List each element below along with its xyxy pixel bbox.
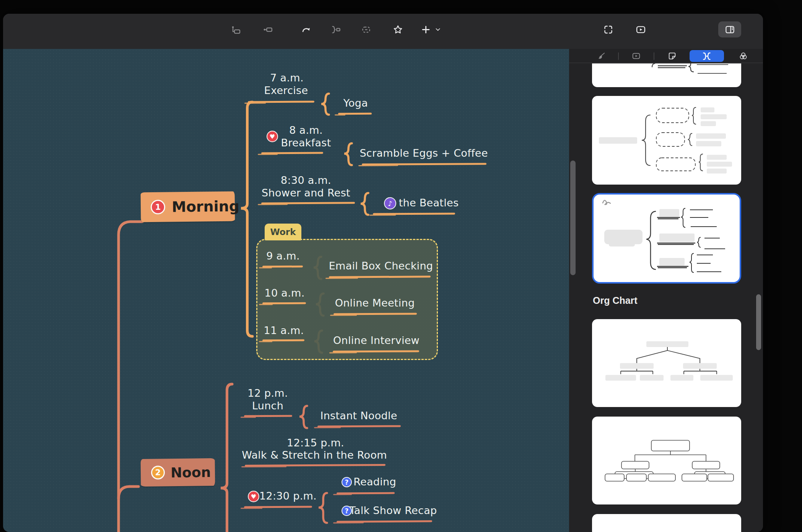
topic-node-morning[interactable]: 1 Morning	[141, 191, 235, 222]
add-child-node-icon[interactable]	[229, 22, 243, 37]
tab-media-play-icon[interactable]	[630, 50, 642, 62]
node-instant-noodle[interactable]: Instant Noodle	[320, 410, 397, 422]
template-thumbnail-partial[interactable]	[592, 514, 741, 532]
branch-stroke	[344, 143, 352, 165]
node-email-checking[interactable]: Email Box Checking	[329, 260, 433, 272]
sidebar-vertical-scrollbar[interactable]	[756, 294, 761, 350]
tab-divider	[654, 52, 654, 60]
add-sibling-node-icon[interactable]	[260, 22, 275, 37]
topic-label: Noon	[171, 464, 211, 480]
music-note-icon: ♪	[384, 197, 396, 209]
node-breakfast-time[interactable]: 8 a.m.	[289, 124, 323, 136]
template-thumbnail-brace-dashed[interactable]	[592, 96, 741, 185]
branch-underline	[337, 492, 395, 495]
template-thumbnail-brace-partial[interactable]	[592, 63, 741, 87]
template-thumbnail-org-boxes[interactable]	[592, 417, 741, 504]
node-walk-title[interactable]: Walk & Stretch in the Room	[242, 449, 387, 461]
branch-underline	[262, 266, 303, 268]
canvas-vertical-scrollbar[interactable]	[570, 161, 576, 275]
tab-sticker-icon[interactable]	[666, 50, 678, 62]
node-lunch-time[interactable]: 12 p.m.	[247, 387, 288, 399]
branch-underline	[261, 152, 323, 154]
template-thumbnail-brace-sketch-selected[interactable]	[592, 193, 741, 284]
branch-stroke	[221, 384, 232, 532]
presentation-play-icon[interactable]	[633, 22, 648, 37]
mindmap-canvas[interactable]: 1 Morning 2 Noon 7 a.m. Exercise Yoga ♥ …	[3, 49, 569, 532]
toolbar	[3, 14, 763, 49]
branch-underline	[244, 415, 292, 417]
branch-underline	[244, 506, 312, 508]
branch-stroke	[321, 94, 329, 115]
node-yoga[interactable]: Yoga	[343, 97, 368, 109]
branch-underline	[262, 339, 304, 342]
branch-stroke	[361, 193, 368, 215]
node-10am[interactable]: 10 a.m.	[264, 287, 304, 299]
fullscreen-icon[interactable]	[601, 22, 615, 37]
tab-theme-wheel-icon[interactable]	[737, 50, 749, 62]
sidebar-tabbar	[569, 49, 763, 63]
work-group-label: Work	[270, 227, 296, 237]
node-reading[interactable]: Reading	[353, 476, 396, 488]
favorite-star-icon[interactable]	[390, 22, 405, 37]
branch-stroke	[241, 102, 252, 336]
node-11am[interactable]: 11 a.m.	[264, 324, 304, 336]
branch-underline	[248, 101, 314, 103]
branch-stroke	[119, 487, 138, 498]
add-element-chevron-icon[interactable]	[433, 22, 443, 37]
node-shower-time[interactable]: 8:30 a.m.	[281, 174, 331, 186]
summary-icon[interactable]	[329, 22, 343, 37]
sidebar-panel-icon	[725, 24, 735, 35]
badge-2: 2	[151, 466, 165, 479]
app-window: 1 Morning 2 Noon 7 a.m. Exercise Yoga ♥ …	[3, 14, 763, 532]
tab-style-brush-icon[interactable]	[595, 50, 607, 62]
node-scramble-eggs[interactable]: Scramble Eggs + Coffee	[360, 147, 488, 159]
branch-underline	[262, 302, 306, 305]
add-element-icon[interactable]	[418, 22, 433, 37]
node-breakfast-title[interactable]: Breakfast	[281, 137, 331, 149]
brace-map-icon	[701, 52, 713, 61]
tab-divider	[618, 52, 619, 60]
topic-label: Morning	[172, 198, 239, 216]
heart-icon: ♥	[248, 491, 259, 502]
node-online-meeting[interactable]: Online Meeting	[335, 297, 415, 309]
boundary-icon[interactable]	[359, 22, 373, 37]
branch-underline	[338, 113, 372, 115]
right-sidebar: Org Chart	[569, 49, 763, 532]
section-label-org-chart: Org Chart	[593, 295, 638, 306]
template-preview	[592, 417, 741, 504]
template-thumbnail-org-bars[interactable]	[592, 319, 741, 407]
template-preview	[592, 319, 741, 407]
toggle-right-sidebar-button[interactable]	[718, 21, 741, 37]
node-1230-time[interactable]: 12:30 p.m.	[259, 490, 317, 502]
badge-1: 1	[151, 200, 165, 214]
template-preview	[594, 195, 740, 282]
tab-structure-templates[interactable]	[690, 50, 724, 62]
node-shower-title[interactable]: Shower and Rest	[262, 187, 350, 199]
node-lunch-title[interactable]: Lunch	[252, 400, 283, 412]
heart-icon: ♥	[267, 131, 278, 142]
node-walk-time[interactable]: 12:15 p.m.	[287, 437, 344, 449]
branch-stroke	[299, 406, 307, 428]
template-preview	[592, 96, 741, 185]
topic-node-noon[interactable]: 2 Noon	[141, 458, 215, 487]
node-exercise-title[interactable]: Exercise	[264, 84, 308, 96]
work-group-tag[interactable]: Work	[265, 224, 301, 240]
node-beatles[interactable]: the Beatles	[399, 197, 459, 209]
question-icon: ?	[342, 477, 352, 487]
node-9am[interactable]: 9 a.m.	[266, 250, 300, 262]
node-talk-show-recap[interactable]: Talk Show Recap	[350, 504, 437, 516]
template-preview	[592, 63, 741, 87]
node-exercise-time[interactable]: 7 a.m.	[270, 72, 304, 84]
branch-stroke	[319, 493, 327, 523]
node-online-interview[interactable]: Online Interview	[333, 334, 420, 346]
redo-icon[interactable]	[299, 22, 313, 37]
